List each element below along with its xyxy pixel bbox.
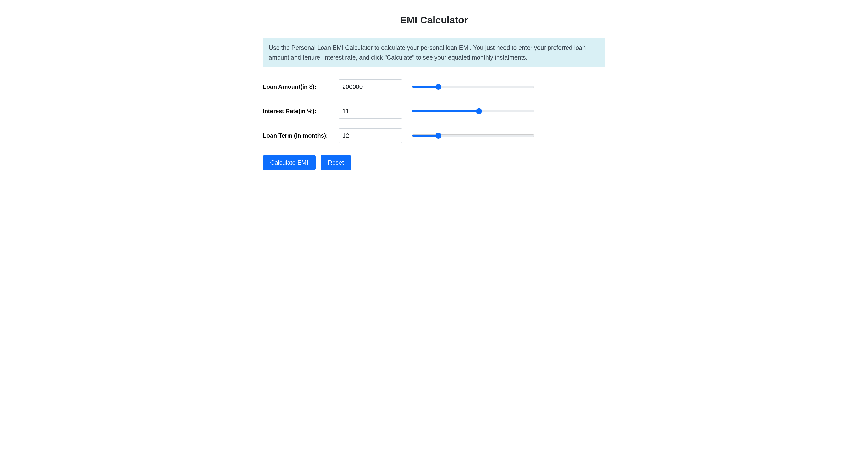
interest-rate-slider-wrap	[405, 110, 534, 112]
loan-term-row: Loan Term (in months):	[263, 128, 605, 143]
reset-button[interactable]: Reset	[320, 155, 351, 170]
calculate-emi-button[interactable]: Calculate EMI	[263, 155, 316, 170]
loan-amount-slider[interactable]	[412, 86, 534, 88]
emi-calculator: EMI Calculator Use the Personal Loan EMI…	[263, 15, 605, 170]
interest-rate-row: Interest Rate(in %):	[263, 104, 605, 119]
loan-amount-label: Loan Amount(in $):	[263, 83, 336, 90]
loan-amount-row: Loan Amount(in $):	[263, 79, 605, 94]
loan-term-input[interactable]	[339, 128, 402, 143]
interest-rate-input[interactable]	[339, 104, 402, 119]
loan-term-slider[interactable]	[412, 134, 534, 137]
loan-term-label: Loan Term (in months):	[263, 132, 336, 139]
interest-rate-slider[interactable]	[412, 110, 534, 112]
interest-rate-label: Interest Rate(in %):	[263, 108, 336, 114]
loan-amount-slider-wrap	[405, 86, 534, 88]
loan-amount-input[interactable]	[339, 79, 402, 94]
button-row: Calculate EMI Reset	[263, 155, 605, 170]
page-title: EMI Calculator	[263, 15, 605, 26]
loan-term-slider-wrap	[405, 134, 534, 137]
description-box: Use the Personal Loan EMI Calculator to …	[263, 38, 605, 67]
